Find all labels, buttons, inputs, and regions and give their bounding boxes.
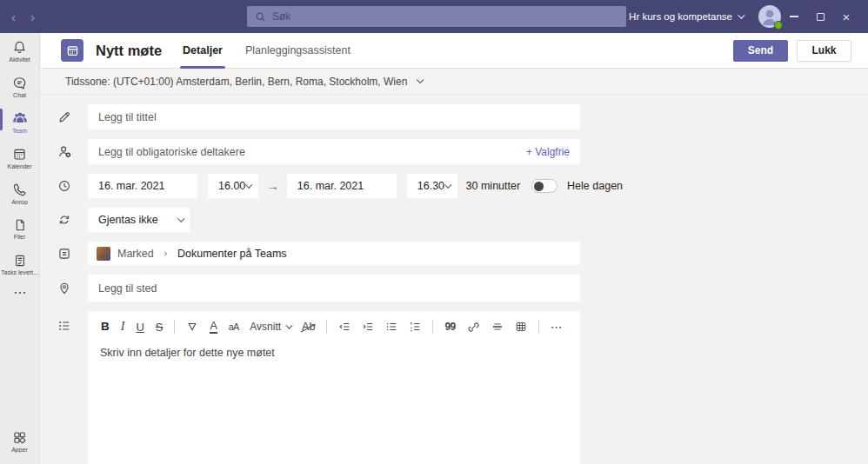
- app-rail: Aktivitet Chat Team Kalender Anrop: [0, 33, 40, 464]
- description-row: B I U S A aA Avsnitt: [41, 311, 868, 464]
- recurrence-select[interactable]: Gjentas ikke: [88, 208, 190, 232]
- back-icon[interactable]: ‹: [11, 10, 16, 24]
- chevron-down-icon: [738, 11, 744, 18]
- search-input[interactable]: Søk: [247, 6, 626, 27]
- link-button[interactable]: [467, 321, 480, 334]
- font-size-button[interactable]: aA: [229, 322, 238, 332]
- start-date-input[interactable]: [88, 174, 197, 198]
- chevron-right-icon: ›: [161, 249, 170, 258]
- apps-grid-icon: [12, 430, 27, 445]
- sidebar-item-tasks[interactable]: Tasks levert...: [0, 247, 40, 282]
- start-time-select[interactable]: 16.00: [208, 174, 258, 198]
- meeting-form: + Valgfrie 16.00 → 16.30: [41, 95, 868, 464]
- calendar-icon: [12, 147, 27, 162]
- insert-table-button[interactable]: [515, 321, 527, 333]
- horizontal-rule-icon: [491, 321, 504, 333]
- sidebar-item-chat[interactable]: Chat: [0, 69, 40, 104]
- font-color-button[interactable]: A: [210, 321, 217, 334]
- end-time-select[interactable]: 16.30: [407, 174, 457, 198]
- user-avatar[interactable]: [758, 5, 781, 28]
- indent-button[interactable]: [362, 321, 374, 333]
- sidebar-more-button[interactable]: [0, 282, 40, 303]
- editor-toolbar: B I U S A aA Avsnitt: [88, 311, 580, 339]
- chevron-down-icon: [246, 182, 253, 189]
- minimize-button[interactable]: [781, 0, 807, 33]
- sidebar-item-label: Kalender: [7, 163, 31, 169]
- bold-button[interactable]: B: [101, 321, 110, 333]
- presence-badge: [774, 21, 783, 30]
- toolbar-divider: [538, 320, 539, 334]
- end-date-input[interactable]: [287, 174, 397, 198]
- repeat-icon: [41, 208, 88, 232]
- toolbar-divider: [174, 320, 175, 334]
- bullet-list-icon: [385, 321, 397, 333]
- title-row: [41, 104, 868, 129]
- send-button[interactable]: Send: [733, 40, 788, 62]
- meeting-calendar-icon: [61, 39, 83, 62]
- chevron-down-icon: [417, 76, 424, 83]
- team-name: Marked: [117, 248, 154, 260]
- close-window-button[interactable]: ×: [833, 0, 859, 33]
- sidebar-item-calendar[interactable]: Kalender: [0, 140, 40, 176]
- title-input[interactable]: [88, 104, 580, 129]
- people-icon: [12, 110, 28, 126]
- tab-details[interactable]: Detaljer: [183, 33, 223, 69]
- close-button[interactable]: Lukk: [797, 40, 851, 62]
- timezone-selector[interactable]: Tidssone: (UTC+01:00) Amsterdam, Berlin,…: [41, 69, 868, 95]
- sidebar-item-apps[interactable]: Apper: [0, 423, 40, 459]
- sidebar-item-label: Aktivitet: [9, 56, 30, 63]
- description-editor[interactable]: B I U S A aA Avsnitt: [88, 311, 580, 464]
- attendees-input[interactable]: [88, 139, 526, 164]
- italic-button[interactable]: I: [121, 321, 125, 333]
- arrow-right-icon: →: [258, 179, 287, 193]
- meeting-header: Nytt møte Detaljer Planleggingsassistent…: [41, 33, 868, 69]
- file-icon: [13, 218, 27, 232]
- recurrence-row: Gjentas ikke: [41, 208, 868, 232]
- phone-icon: [12, 182, 27, 197]
- org-name: Hr kurs og kompetanse: [629, 11, 732, 22]
- sidebar-item-calls[interactable]: Anrop: [0, 176, 40, 211]
- sidebar-item-teams[interactable]: Team: [0, 104, 40, 140]
- attendees-row: + Valgfrie: [41, 139, 868, 164]
- clock-icon: [41, 174, 88, 198]
- bullet-list-button[interactable]: [385, 321, 397, 333]
- sidebar-item-label: Filer: [14, 234, 26, 240]
- chevron-down-icon: [285, 321, 292, 328]
- tasks-icon: [13, 254, 27, 268]
- description-placeholder[interactable]: Skriv inn detaljer for dette nye møtet: [88, 339, 580, 367]
- maximize-icon: [817, 13, 825, 21]
- outdent-button[interactable]: [338, 321, 351, 333]
- clear-formatting-button[interactable]: Ab: [302, 321, 315, 333]
- bell-icon: [12, 40, 27, 55]
- indent-icon: [362, 321, 374, 333]
- paragraph-style-select[interactable]: Avsnitt: [250, 321, 290, 332]
- channel-name: Dokumenter på Teams: [177, 248, 287, 260]
- highlight-button[interactable]: [186, 321, 198, 333]
- horizontal-rule-button[interactable]: [491, 321, 504, 333]
- history-nav: ‹ ›: [11, 0, 35, 33]
- underline-button[interactable]: U: [136, 321, 144, 333]
- channel-icon: [41, 242, 88, 265]
- meeting-form-panel: Nytt møte Detaljer Planleggingsassistent…: [41, 33, 868, 464]
- numbered-list-button[interactable]: [409, 321, 421, 333]
- sidebar-item-activity[interactable]: Aktivitet: [0, 33, 40, 69]
- team-avatar: [97, 247, 110, 261]
- forward-icon[interactable]: ›: [30, 10, 35, 24]
- org-switcher[interactable]: Hr kurs og kompetanse: [629, 11, 743, 22]
- optional-attendees-link[interactable]: + Valgfrie: [526, 146, 580, 158]
- location-input[interactable]: [88, 275, 580, 302]
- sidebar-item-files[interactable]: Filer: [0, 211, 40, 247]
- toggle-knob: [534, 182, 544, 191]
- maximize-button[interactable]: [807, 0, 833, 33]
- numbered-list-icon: [409, 321, 421, 333]
- title-bar: ‹ › Søk Hr kurs og kompetanse ×: [0, 0, 868, 33]
- tab-bar: Detaljer Planleggingsassistent: [183, 33, 351, 69]
- strikethrough-button[interactable]: S: [156, 321, 164, 333]
- sidebar-item-label: Anrop: [11, 199, 28, 205]
- tab-scheduling-assistant[interactable]: Planleggingsassistent: [245, 33, 351, 69]
- more-formatting-button[interactable]: ⋯: [551, 321, 564, 333]
- channel-picker[interactable]: Marked › Dokumenter på Teams: [88, 242, 580, 265]
- all-day-toggle[interactable]: [531, 179, 558, 193]
- quote-button[interactable]: 99: [444, 321, 455, 332]
- search-icon: [255, 11, 266, 23]
